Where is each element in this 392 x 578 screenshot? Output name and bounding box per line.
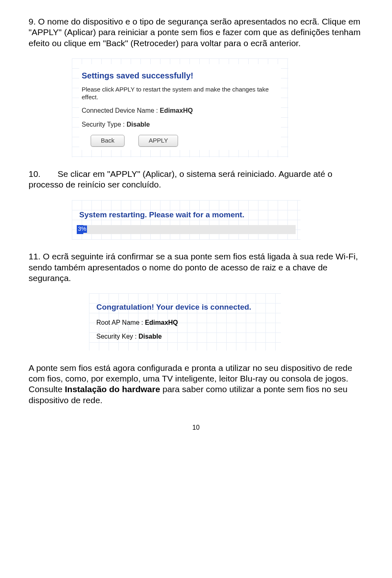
security-type-label: Security Type : — [82, 121, 125, 128]
step-9-number: 9. — [29, 17, 36, 26]
security-type-value: Disable — [127, 121, 150, 128]
restart-message: System restarting. Please wait for a mom… — [79, 210, 296, 220]
final-paragraph: A ponte sem fios está agora configurada … — [29, 363, 363, 406]
back-button[interactable]: Back — [91, 135, 125, 147]
security-key-field: Security Key : Disable — [96, 333, 275, 341]
button-row: Back APPLY — [82, 134, 278, 147]
security-type-field: Security Type : Disable — [82, 121, 278, 129]
step-11-number: 11. — [29, 252, 40, 261]
progress-bar: 3% — [77, 225, 296, 234]
step-11: 11. O ecrã seguinte irá confirmar se a s… — [29, 251, 363, 283]
system-restart-panel: System restarting. Please wait for a mom… — [72, 200, 301, 240]
step-10-text: Se clicar em "APPLY" (Aplicar), o sistem… — [29, 169, 332, 189]
progress-percent: 3% — [77, 225, 87, 233]
root-ap-field: Root AP Name : EdimaxHQ — [96, 319, 275, 327]
final-bold: Instalação do hardware — [65, 384, 160, 394]
congratulation-panel: Congratulation! Your device is connected… — [89, 293, 281, 350]
settings-saved-note: Please click APPLY to restart the system… — [82, 86, 278, 101]
settings-saved-panel: Settings saved successfully! Please clic… — [72, 58, 288, 157]
security-key-label: Security Key : — [96, 333, 137, 340]
step-11-text: O ecrã seguinte irá confirmar se a sua p… — [29, 252, 358, 283]
step-10-number: 10. — [29, 169, 40, 179]
root-ap-label: Root AP Name : — [96, 319, 143, 326]
connected-device-field: Connected Device Name : EdimaxHQ — [82, 107, 278, 115]
step-9-text: O nome do dispositivo e o tipo de segura… — [29, 17, 361, 48]
congratulation-headline: Congratulation! Your device is connected… — [96, 302, 275, 312]
step-10: 10. Se clicar em "APPLY" (Aplicar), o si… — [29, 169, 363, 190]
security-key-value: Disable — [138, 333, 162, 340]
page-number: 10 — [29, 424, 363, 432]
settings-saved-headline: Settings saved successfully! — [82, 71, 278, 81]
step-9: 9. O nome do dispositivo e o tipo de seg… — [29, 16, 363, 49]
apply-button[interactable]: APPLY — [138, 135, 178, 147]
connected-device-value: EdimaxHQ — [160, 107, 193, 114]
connected-device-label: Connected Device Name : — [82, 107, 158, 114]
root-ap-value: EdimaxHQ — [145, 319, 178, 326]
